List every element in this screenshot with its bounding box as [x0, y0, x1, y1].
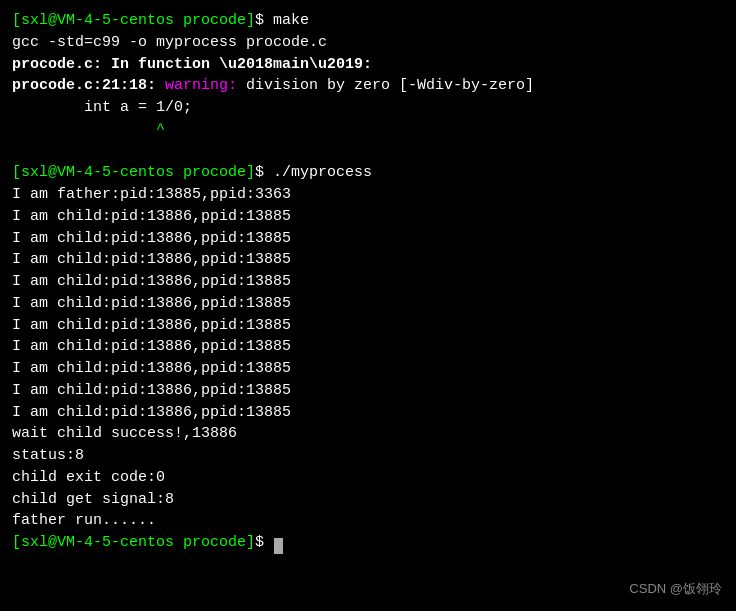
prompt-dollar: $ make [255, 12, 309, 29]
terminal-line: child get signal:8 [12, 489, 724, 511]
prompt-dollar: $ [255, 534, 273, 551]
terminal-line: I am child:pid:13886,ppid:13885 [12, 336, 724, 358]
terminal-line: wait child success!,13886 [12, 423, 724, 445]
terminal-line: I am father:pid:13885,ppid:3363 [12, 184, 724, 206]
warning-msg: division by zero [-Wdiv-by-zero] [237, 77, 534, 94]
terminal-line: [sxl@VM-4-5-centos procode]$ make [12, 10, 724, 32]
terminal-line: I am child:pid:13886,ppid:13885 [12, 402, 724, 424]
terminal-line: I am child:pid:13886,ppid:13885 [12, 315, 724, 337]
watermark: CSDN @饭翎玲 [629, 580, 722, 599]
terminal-line: father run...... [12, 510, 724, 532]
prompt-text: [sxl@VM-4-5-centos procode] [12, 12, 255, 29]
terminal-line: int a = 1/0; [12, 97, 724, 119]
warning-file: procode.c:21:18: [12, 77, 165, 94]
terminal-line: gcc -std=c99 -o myprocess procode.c [12, 32, 724, 54]
terminal-line: I am child:pid:13886,ppid:13885 [12, 380, 724, 402]
terminal-line: child exit code:0 [12, 467, 724, 489]
prompt-dollar: $ ./myprocess [255, 164, 372, 181]
terminal-line: I am child:pid:13886,ppid:13885 [12, 206, 724, 228]
terminal-line: status:8 [12, 445, 724, 467]
warning-label: warning: [165, 77, 237, 94]
terminal-line: I am child:pid:13886,ppid:13885 [12, 271, 724, 293]
prompt-text: [sxl@VM-4-5-centos procode] [12, 164, 255, 181]
terminal-line: ^ [12, 119, 724, 141]
terminal-line: procode.c:21:18: warning: division by ze… [12, 75, 724, 97]
terminal-line: [sxl@VM-4-5-centos procode]$ [12, 532, 724, 554]
terminal-line: [sxl@VM-4-5-centos procode]$ ./myprocess [12, 162, 724, 184]
terminal-window: [sxl@VM-4-5-centos procode]$ make gcc -s… [0, 0, 736, 611]
terminal-line [12, 141, 724, 163]
terminal-line: I am child:pid:13886,ppid:13885 [12, 249, 724, 271]
terminal-cursor [274, 538, 283, 554]
terminal-line: I am child:pid:13886,ppid:13885 [12, 358, 724, 380]
error-file: procode.c: In function \u2018main\u2019: [12, 56, 372, 73]
terminal-line: procode.c: In function \u2018main\u2019: [12, 54, 724, 76]
terminal-line: I am child:pid:13886,ppid:13885 [12, 293, 724, 315]
terminal-line: I am child:pid:13886,ppid:13885 [12, 228, 724, 250]
prompt-text: [sxl@VM-4-5-centos procode] [12, 534, 255, 551]
